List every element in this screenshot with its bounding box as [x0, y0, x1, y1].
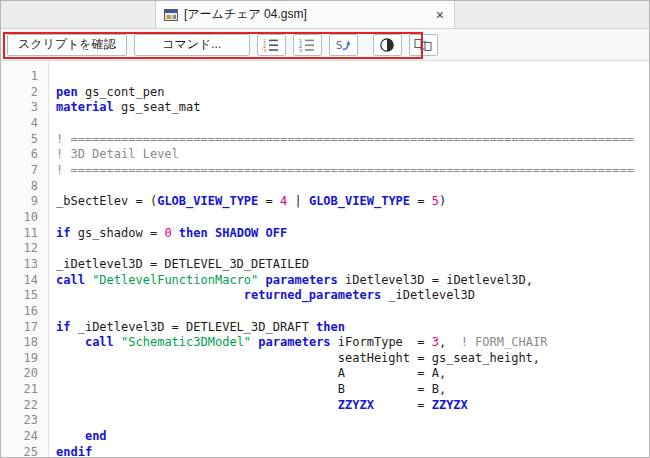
line-number: 2 [1, 85, 48, 101]
gdl-object-icon [164, 9, 178, 21]
code-line [56, 69, 649, 85]
jump-to-script-icon: S [335, 38, 351, 52]
line-number: 17 [1, 320, 48, 336]
script-sync-button[interactable] [409, 34, 438, 56]
gutter: 1234567891011121314151617181920212223242… [1, 61, 49, 457]
line-number: 8 [1, 179, 48, 195]
contrast-button[interactable] [373, 34, 402, 56]
code-line: call "Schematic3DModel" parameters iForm… [56, 335, 649, 351]
line-number: 9 [1, 194, 48, 210]
line-number: 22 [1, 398, 48, 414]
svg-text:3: 3 [299, 48, 302, 52]
script-editor: 1234567891011121314151617181920212223242… [1, 61, 649, 457]
line-number: 16 [1, 304, 48, 320]
code-line: if _iDetlevel3D = DETLEVEL_3D_DRAFT then [56, 320, 649, 336]
line-number: 23 [1, 413, 48, 429]
code-line: ! ======================================… [56, 163, 649, 179]
jump-to-script-button[interactable]: S [329, 34, 358, 56]
line-numbers-all-button[interactable]: 1 2 3 [293, 34, 322, 56]
code-line [56, 179, 649, 195]
line-number: 15 [1, 288, 48, 304]
code-line [56, 413, 649, 429]
code-line: _bSectElev = (GLOB_VIEW_TYPE = 4 | GLOB_… [56, 194, 649, 210]
line-number: 19 [1, 351, 48, 367]
code-line: seatHeight = gs_seat_height, [56, 351, 649, 367]
toolbar: スクリプトを確認 コマンド... 1 2 3 1 2 3 [1, 29, 649, 61]
code-line: if gs_shadow = 0 then SHADOW OFF [56, 226, 649, 242]
code-line: pen gs_cont_pen [56, 85, 649, 101]
line-number: 1 [1, 69, 48, 85]
script-sync-icon [414, 38, 432, 52]
tab-bar: [アームチェア 04.gsm] × [1, 1, 649, 29]
line-numbers-button[interactable]: 1 2 3 [257, 34, 286, 56]
line-number: 11 [1, 226, 48, 242]
line-number: 21 [1, 382, 48, 398]
code-line: A = A, [56, 366, 649, 382]
code-line [56, 210, 649, 226]
code-line: call "DetlevelFunctionMacro" parameters … [56, 273, 649, 289]
svg-text:S: S [336, 40, 342, 51]
line-number: 14 [1, 273, 48, 289]
line-number: 13 [1, 257, 48, 273]
tab-armchair-gsm[interactable]: [アームチェア 04.gsm] × [155, 1, 455, 28]
contrast-icon [379, 38, 395, 52]
code-area[interactable]: pen gs_cont_penmaterial gs_seat_mat ! ==… [49, 61, 649, 457]
code-line [56, 116, 649, 132]
line-number: 7 [1, 163, 48, 179]
tab-close-button[interactable]: × [434, 8, 446, 22]
check-script-button[interactable]: スクリプトを確認 [7, 34, 127, 56]
line-number: 10 [1, 210, 48, 226]
code-line [56, 241, 649, 257]
line-number: 25 [1, 445, 48, 458]
code-line [56, 304, 649, 320]
line-number: 24 [1, 429, 48, 445]
line-number: 6 [1, 147, 48, 163]
svg-text:3: 3 [263, 48, 266, 52]
line-number: 20 [1, 366, 48, 382]
line-number: 4 [1, 116, 48, 132]
code-line: _iDetlevel3D = DETLEVEL_3D_DETAILED [56, 257, 649, 273]
code-line: material gs_seat_mat [56, 100, 649, 116]
code-line: end [56, 429, 649, 445]
code-line: endif [56, 445, 649, 457]
line-numbers-icon: 1 2 3 [263, 38, 279, 52]
line-number: 3 [1, 100, 48, 116]
tab-title: [アームチェア 04.gsm] [184, 6, 307, 23]
line-number: 12 [1, 241, 48, 257]
code-line: ZZYZX = ZZYZX [56, 398, 649, 414]
code-line: ! ======================================… [56, 132, 649, 148]
commands-button[interactable]: コマンド... [134, 34, 250, 56]
gdl-editor-window: [アームチェア 04.gsm] × スクリプトを確認 コマンド... 1 2 3… [0, 0, 650, 458]
line-number: 18 [1, 335, 48, 351]
line-number: 5 [1, 132, 48, 148]
code-line: ! 3D Detail Level [56, 147, 649, 163]
code-line: B = B, [56, 382, 649, 398]
line-numbers-all-icon: 1 2 3 [299, 38, 315, 52]
code-line: returned_parameters _iDetlevel3D [56, 288, 649, 304]
